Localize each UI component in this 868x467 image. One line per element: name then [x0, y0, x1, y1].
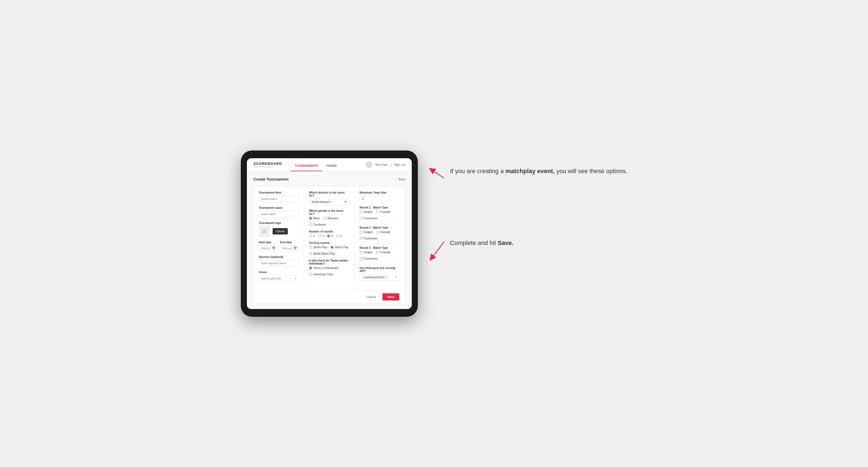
divider-1 [360, 223, 400, 223]
round-2-radio[interactable] [318, 235, 321, 238]
cancel-button[interactable]: Cancel [363, 293, 380, 301]
division-label: Which division is the event for? [309, 191, 349, 197]
round-4-radio[interactable] [336, 235, 339, 238]
sign-out-link[interactable]: Sign out [394, 163, 405, 166]
teams-individuals-radio[interactable] [309, 273, 312, 276]
round1-singles-label: Singles [364, 211, 373, 214]
form-col-3: Maximum Team Size Round 1 - Match Type S… [354, 187, 405, 290]
round1-foursomes-radio[interactable] [360, 217, 363, 220]
back-link[interactable]: ← Back [395, 178, 405, 181]
round2-foursomes-radio[interactable] [360, 237, 363, 240]
round-1-radio[interactable] [309, 235, 312, 238]
tab-tournaments[interactable]: TOURNAMENTS [291, 158, 322, 171]
teams-individuals[interactable]: Individuals Only [309, 273, 333, 276]
start-date-wrapper: 📅 [259, 245, 278, 252]
date-group: Start date 📅 End date [259, 241, 299, 252]
round1-foursomes[interactable]: Foursomes [360, 217, 377, 220]
sponsor-input[interactable] [259, 260, 299, 267]
round1-singles[interactable]: Singles [360, 211, 373, 214]
scoring-match-label: Match Play [335, 246, 348, 249]
scoring-medal-radio[interactable] [309, 252, 312, 255]
venue-input[interactable] [259, 275, 299, 282]
max-team-size-input[interactable] [360, 195, 376, 202]
page-header: Create Tournament ← Back [253, 177, 405, 181]
gender-combined[interactable]: Combined [309, 223, 326, 226]
round-4[interactable]: 4 [336, 235, 342, 238]
gender-mens[interactable]: Mens [309, 217, 320, 220]
annotation-top: If you are creating a matchplay event, y… [429, 167, 627, 189]
round2-singles-radio[interactable] [360, 230, 363, 234]
svg-point-1 [263, 230, 264, 231]
teams-teams[interactable]: Teams (+Individuals) [309, 267, 339, 270]
round3-fourball-radio[interactable] [376, 251, 379, 254]
teams-teams-radio[interactable] [309, 267, 312, 270]
round3-fourball[interactable]: Fourball [376, 251, 390, 254]
arrow-right-icon [429, 167, 445, 189]
third-party-wrapper[interactable]: Leaderboard King × ▼ [360, 274, 400, 281]
round1-singles-radio[interactable] [360, 211, 363, 214]
round3-radio-group: Singles Fourball Foursomes [360, 251, 400, 260]
annotations-panel: If you are creating a matchplay event, y… [429, 151, 627, 261]
round-4-label: 4 [340, 235, 342, 238]
round2-fourball-radio[interactable] [376, 230, 379, 234]
scoring-group: Scoring system Stroke Play M [309, 241, 349, 255]
round2-fourball[interactable]: Fourball [376, 230, 390, 234]
sponsor-group: Sponsor (optional) [259, 255, 299, 267]
logo-area: SCOREBOARD Powered by clippit [253, 161, 282, 168]
tournament-host-input[interactable] [259, 195, 299, 203]
form-footer: Cancel Save [254, 290, 405, 303]
division-group: Which division is the event for? NCAA Di… [309, 191, 349, 206]
round-1-label: 1 [313, 235, 315, 238]
scoring-medal[interactable]: Medal Match Play [309, 252, 335, 255]
tab-teams[interactable]: TEAMS [322, 158, 341, 171]
annotation-bottom-content: Complete and hit Save. [429, 239, 627, 261]
end-date-wrapper: 📅 [280, 245, 299, 252]
teams-group: Is this event for Teams and/or Individua… [309, 259, 349, 276]
round1-radio-group: Singles Fourball Foursomes [360, 211, 400, 220]
round3-singles-radio[interactable] [360, 251, 363, 254]
gender-womens-label: Womens [328, 217, 338, 220]
divider-2 [360, 243, 400, 244]
gender-combined-radio[interactable] [309, 223, 312, 226]
venue-label: Venue [259, 271, 299, 274]
round1-fourball-radio[interactable] [376, 211, 379, 214]
annotation-bold-matchplay: matchplay event, [505, 168, 555, 175]
annotation-bottom: Complete and hit Save. [429, 239, 627, 261]
round2-match-label: Round 2 - Match Type [360, 226, 400, 229]
tag-close-icon[interactable]: × [384, 276, 386, 279]
sponsor-label: Sponsor (optional) [259, 255, 299, 258]
round-3-radio[interactable] [327, 235, 330, 238]
round1-fourball-label: Fourball [380, 211, 390, 214]
round-1[interactable]: 1 [309, 235, 315, 238]
upload-button[interactable]: Upload [273, 228, 288, 235]
gender-womens[interactable]: Womens [323, 217, 338, 220]
third-party-tag: Leaderboard King × [362, 275, 388, 279]
round-2[interactable]: 2 [318, 235, 324, 238]
scoring-match[interactable]: Match Play [331, 246, 348, 249]
calendar-icon-2: 📅 [293, 247, 297, 250]
venue-search-icon: ▼ [294, 277, 297, 280]
round2-singles-label: Singles [364, 230, 373, 234]
division-select[interactable]: NCAA Division I [309, 198, 349, 206]
round1-fourball[interactable]: Fourball [376, 211, 390, 214]
scoring-medal-label: Medal Match Play [313, 252, 335, 255]
gender-womens-radio[interactable] [323, 217, 327, 220]
round2-singles[interactable]: Singles [360, 230, 373, 234]
tournament-name-input[interactable] [259, 211, 299, 218]
round-3[interactable]: 3 [327, 235, 333, 238]
app-header: SCOREBOARD Powered by clippit TOURNAMENT… [247, 158, 412, 172]
round3-singles[interactable]: Singles [360, 251, 373, 254]
logo-placeholder [259, 226, 270, 237]
tournament-logo-group: Tournament logo [259, 221, 299, 237]
save-button[interactable]: Save [382, 293, 400, 301]
round3-foursomes-radio[interactable] [360, 257, 363, 260]
round3-foursomes[interactable]: Foursomes [360, 257, 377, 260]
venue-input-wrapper: ▼ [259, 275, 299, 282]
third-party-label: Use third-party live scoring API? [360, 267, 400, 273]
gender-mens-radio[interactable] [309, 217, 312, 220]
scoring-stroke[interactable]: Stroke Play [309, 246, 327, 249]
scoring-match-radio[interactable] [331, 246, 334, 249]
scoring-stroke-radio[interactable] [309, 246, 312, 249]
teams-label: Is this event for Teams and/or Individua… [309, 259, 349, 265]
round2-foursomes[interactable]: Foursomes [360, 237, 377, 240]
